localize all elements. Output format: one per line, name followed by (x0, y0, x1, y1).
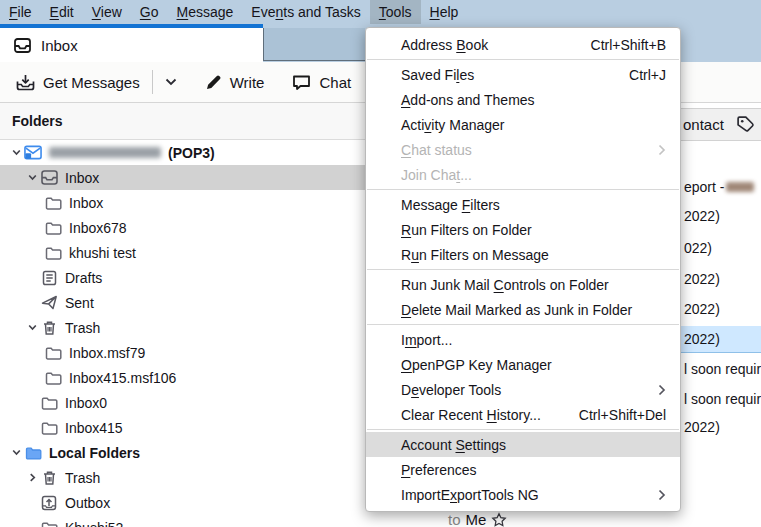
trash-can-icon (40, 320, 58, 336)
folder-row-inbox-sub[interactable]: Inbox (0, 190, 365, 215)
menu-separator (367, 429, 679, 430)
folder-row-inbox415-msf106[interactable]: Inbox415.msf106 (0, 365, 365, 390)
folder-row-inbox-msf79[interactable]: Inbox.msf79 (0, 340, 365, 365)
menubar-item-help[interactable]: Help (421, 0, 468, 24)
chevron-down-icon[interactable] (8, 147, 24, 158)
redacted-account-name (49, 147, 161, 158)
folder-row-khushi-test[interactable]: khushi test (0, 240, 365, 265)
tab-inbox[interactable]: Inbox (0, 24, 263, 62)
chat-button[interactable]: Chat (286, 70, 357, 95)
folder-row-inbox415[interactable]: Inbox415 (0, 415, 365, 440)
menu-item-run-filters-on-message[interactable]: Run Filters on Message (366, 242, 680, 267)
menu-item-message-filters[interactable]: Message Filters (366, 192, 680, 217)
get-messages-button[interactable]: Get Messages (10, 70, 146, 95)
menu-item-join-chat[interactable]: Join Chat... (366, 162, 680, 187)
message-row[interactable]: 2022) (681, 268, 761, 290)
message-row-selected[interactable]: 2022) (681, 326, 761, 353)
menu-item-openpgp-key-manager[interactable]: OpenPGP Key Manager (366, 352, 680, 377)
menu-item-account-settings[interactable]: Account Settings (366, 432, 680, 457)
write-button[interactable]: Write (199, 70, 271, 95)
menubar-item-view[interactable]: View (83, 0, 131, 24)
menu-item-preferences[interactable]: Preferences (366, 457, 680, 482)
menu-item-clear-recent-history[interactable]: Clear Recent History... Ctrl+Shift+Del (366, 402, 680, 427)
redacted-sender-name (726, 182, 754, 192)
menubar-item-tools[interactable]: Tools (370, 0, 421, 24)
menu-item-run-filters-on-folder[interactable]: Run Filters on Folder (366, 217, 680, 242)
message-row[interactable]: eport - (681, 176, 761, 198)
folder-row-khushi52-partial[interactable]: Khushi52 (0, 515, 365, 527)
drafts-note-icon (40, 270, 58, 286)
tag-icon[interactable] (736, 115, 755, 134)
menubar-item-go[interactable]: Go (131, 0, 168, 24)
get-messages-icon (16, 74, 35, 91)
message-row[interactable]: l soon requir (681, 388, 761, 410)
chevron-right-icon[interactable] (24, 472, 40, 483)
menu-separator (367, 324, 679, 325)
folder-blue-icon (24, 446, 42, 460)
menubar-item-message[interactable]: Message (168, 0, 243, 24)
folder-row-account[interactable]: (POP3) (0, 140, 365, 165)
folder-icon (40, 421, 58, 435)
folder-icon (40, 396, 58, 410)
folder-icon (44, 196, 62, 210)
menu-item-activity-manager[interactable]: Activity Manager (366, 112, 680, 137)
submenu-arrow-icon (658, 489, 666, 501)
menubar-item-edit[interactable]: Edit (41, 0, 83, 24)
menu-item-importexporttools-ng[interactable]: ImportExportTools NG (366, 482, 680, 507)
message-row[interactable]: 022) (681, 237, 761, 259)
contact-button-partial[interactable]: ontact (683, 116, 724, 133)
outbox-tray-icon (40, 495, 58, 511)
star-icon[interactable] (491, 512, 507, 527)
folders-pane-header: Folders (0, 103, 365, 140)
trash-can-icon (40, 470, 58, 486)
menu-separator (367, 189, 679, 190)
account-mail-icon (24, 145, 42, 160)
chevron-down-icon[interactable] (24, 172, 40, 183)
menu-item-delete-junk-mail[interactable]: Delete Mail Marked as Junk in Folder (366, 297, 680, 322)
inbox-tray-icon (40, 170, 58, 185)
menu-item-addons-and-themes[interactable]: Add-ons and Themes (366, 87, 680, 112)
folder-tree: (POP3) Inbox Inbox Inbox678 khushi test … (0, 140, 365, 527)
menu-bar: File Edit View Go Message Events and Tas… (0, 0, 761, 24)
folder-row-outbox[interactable]: Outbox (0, 490, 365, 515)
folder-row-inbox[interactable]: Inbox (0, 165, 365, 190)
message-row[interactable]: 2022) (681, 416, 761, 438)
folder-icon (44, 371, 62, 385)
chevron-down-icon[interactable] (8, 447, 24, 458)
folder-row-drafts[interactable]: Drafts (0, 265, 365, 290)
submenu-arrow-icon (658, 144, 666, 156)
folder-icon (44, 346, 62, 360)
pencil-icon (205, 74, 222, 91)
menubar-item-file[interactable]: File (0, 0, 41, 24)
menubar-item-events-and-tasks[interactable]: Events and Tasks (242, 0, 369, 24)
message-row[interactable]: 2022) (681, 205, 761, 227)
get-messages-dropdown-button[interactable] (159, 74, 183, 90)
menu-item-saved-files[interactable]: Saved Files Ctrl+J (366, 62, 680, 87)
folder-row-inbox0[interactable]: Inbox0 (0, 390, 365, 415)
thunderbird-window: File Edit View Go Message Events and Tas… (0, 0, 761, 527)
folder-icon (44, 246, 62, 260)
menu-separator (367, 59, 679, 60)
sent-plane-icon (40, 295, 58, 310)
folder-row-trash[interactable]: Trash (0, 315, 365, 340)
menu-item-address-book[interactable]: Address Book Ctrl+Shift+B (366, 32, 680, 57)
folder-icon (44, 221, 62, 235)
folder-row-inbox678[interactable]: Inbox678 (0, 215, 365, 240)
tab-label: Inbox (41, 37, 78, 54)
menu-separator (367, 269, 679, 270)
chevron-down-icon[interactable] (24, 322, 40, 333)
message-row[interactable]: l soon requir (681, 358, 761, 380)
shortcut-label: Ctrl+Shift+Del (579, 407, 666, 423)
chevron-down-icon (165, 78, 177, 86)
menu-item-import[interactable]: Import... (366, 327, 680, 352)
toolbar-separator (152, 70, 153, 94)
menu-item-chat-status[interactable]: Chat status (366, 137, 680, 162)
menu-item-run-junk-mail-controls[interactable]: Run Junk Mail Controls on Folder (366, 272, 680, 297)
message-row[interactable]: 2022) (681, 298, 761, 320)
message-recipient-partial: to Me (448, 511, 507, 527)
folder-row-sent[interactable]: Sent (0, 290, 365, 315)
folder-row-local-folders[interactable]: Local Folders (0, 440, 365, 465)
menu-item-developer-tools[interactable]: Developer Tools (366, 377, 680, 402)
folder-row-local-trash[interactable]: Trash (0, 465, 365, 490)
shortcut-label: Ctrl+J (629, 67, 666, 83)
